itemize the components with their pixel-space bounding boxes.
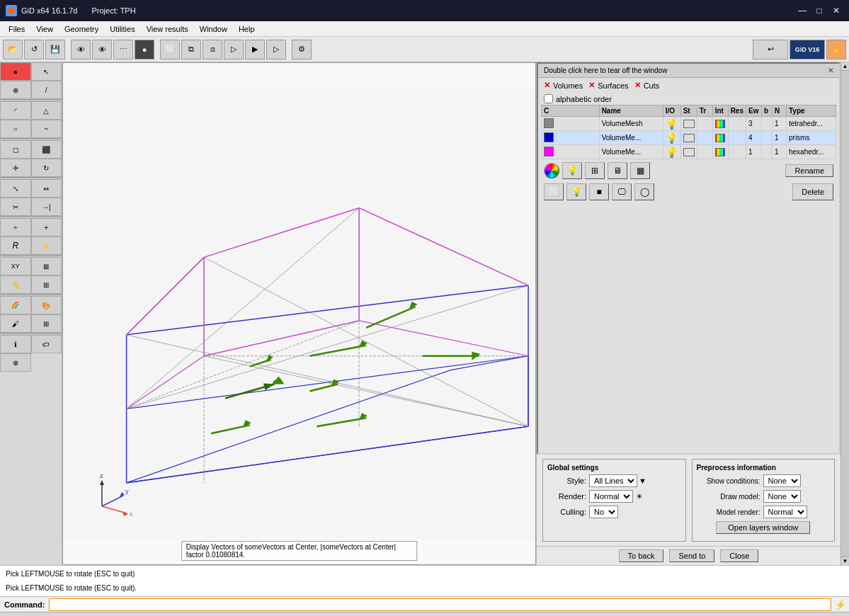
close-btn[interactable]: Close [720,549,758,562]
tool-line[interactable]: / [31,81,62,99]
command-input[interactable] [49,598,831,611]
tool-trim[interactable]: ✂ [0,198,31,216]
toolbar-layers2[interactable]: ⧈ [203,40,222,59]
tool-snap[interactable]: ⊠ [31,257,62,275]
tool-move[interactable]: ✛ [0,159,31,177]
toolbar-frame1[interactable]: ▷ [224,40,244,59]
table-row[interactable]: VolumeMe... 💡 1 1 hexahedr... [542,145,836,159]
col-res[interactable]: Res [728,105,746,117]
toolbar-refresh[interactable]: ↺ [24,40,44,59]
tool-poly[interactable]: △ [31,101,62,120]
menu-view[interactable]: View [30,23,59,35]
toolbar-circle[interactable]: ● [135,40,154,59]
monitor2-btn[interactable]: 🖵 [612,183,632,200]
bulb-btn[interactable]: 💡 [562,162,582,179]
tool-rotate[interactable]: ↻ [31,159,62,177]
tool-xyz[interactable]: XY [0,257,31,275]
tool-ref[interactable]: ⊞ [31,275,62,294]
show-conditions-select[interactable]: None [763,474,801,487]
col-int[interactable]: Int [712,105,728,117]
col-ew[interactable]: Ew [746,105,762,117]
lightning-icon[interactable]: ⚡ [831,599,849,610]
toolbar-open[interactable]: 📂 [3,40,23,59]
menu-files[interactable]: Files [3,23,30,35]
menu-utilities[interactable]: Utilities [104,23,140,35]
tool-rainbow[interactable]: 🌈 [0,296,31,314]
toolbar-gear[interactable]: ⚙ [292,40,312,59]
bulb2-btn[interactable]: 💡 [566,183,586,200]
col-b[interactable]: b [762,105,773,117]
tool-grid[interactable]: ⊞ [31,314,62,333]
tool-mirror[interactable]: ⇔ [31,179,62,198]
tool-surface[interactable]: ◻ [0,140,31,159]
monitor-btn[interactable]: 🖥 [608,162,627,179]
to-back-btn[interactable]: To back [619,549,664,562]
menu-view-results[interactable]: View results [141,23,194,35]
scroll-up-btn[interactable]: ▲ [841,62,849,71]
col-c[interactable]: C [542,105,600,117]
tool-node[interactable]: ⊕ [0,81,31,99]
toolbar-eye2[interactable]: 👁 [92,40,112,59]
rename-btn[interactable]: Rename [785,164,833,177]
viewport[interactable]: z x y Display Vectors of someVectors at … [62,62,536,565]
tool-spline[interactable]: ~ [31,120,62,138]
tool-color[interactable]: 🎨 [31,296,62,314]
tool-label[interactable]: 🏷 [31,335,62,353]
toolbar-frame2[interactable]: ▶ [245,40,265,59]
col-type[interactable]: Type [787,105,836,117]
frame-btn[interactable]: ⬜ [544,183,564,200]
minimize-btn[interactable]: — [795,4,809,18]
close-window-btn[interactable]: ✕ [829,4,843,18]
tool-cross[interactable]: ⊕ [0,353,31,372]
tool-R[interactable]: R [0,236,31,255]
send-to-btn[interactable]: Send to [669,549,714,562]
toolbar-hand[interactable]: 🤚 [826,40,846,59]
layers-header[interactable]: Double click here to tear off the window… [538,64,839,78]
color-wheel-btn[interactable] [544,163,559,178]
col-tr[interactable]: Tr [697,105,712,117]
tool-measure[interactable]: 📏 [0,275,31,294]
tab-surfaces[interactable]: ✕ Surfaces [588,81,628,90]
tool-volume[interactable]: ⬛ [31,140,62,159]
menu-help[interactable]: Help [233,23,261,35]
tab-cuts[interactable]: ✕ Cuts [634,81,660,90]
circle-btn[interactable]: ◯ [634,183,654,200]
toolbar-back-arrow[interactable]: ↩ [753,40,788,59]
tool-extend[interactable]: →| [31,198,62,216]
model-render-select[interactable]: Normal [763,506,807,518]
alpha-order-checkbox[interactable] [544,94,553,103]
toolbar-eye1[interactable]: 👁 [71,40,91,59]
toolbar-dots[interactable]: ⋯ [113,40,133,59]
toolbar-gid-logo[interactable]: GiD V16 [790,40,825,59]
tool-prop[interactable]: ⚡ [31,236,62,255]
tool-divide[interactable]: ÷ [0,218,31,236]
maximize-btn[interactable]: □ [812,4,826,18]
tool-cursor[interactable]: ↖ [31,62,62,81]
tool-select-red[interactable]: ● [0,62,31,81]
col-n[interactable]: N [773,105,787,117]
toolbar-layers1[interactable]: ⧉ [181,40,201,59]
tool-info[interactable]: ℹ [0,335,31,353]
culling-select[interactable]: No [589,506,618,518]
tool-palette[interactable]: 🖌 [0,314,31,333]
hatching-btn[interactable]: ▦ [630,162,650,179]
toolbar-square[interactable]: ⬜ [160,40,180,59]
tab-volumes[interactable]: ✕ Volumes [544,81,583,90]
menu-geometry[interactable]: Geometry [59,23,104,35]
col-io[interactable]: I/O [663,105,680,117]
col-name[interactable]: Name [599,105,663,117]
delete-btn[interactable]: Delete [792,183,833,200]
toolbar-play[interactable]: ▷ [266,40,286,59]
style-select[interactable]: All Lines [589,474,637,487]
tool-scale[interactable]: ⤡ [0,179,31,198]
table-row[interactable]: VolumeMesh 💡 3 1 tetrahedr... [542,117,836,131]
col-st[interactable]: St [680,105,697,117]
square-btn[interactable]: ■ [589,183,609,200]
tool-circle[interactable]: ○ [0,120,31,138]
draw-model-select[interactable]: None [763,490,801,503]
grid-view-btn[interactable]: ⊞ [585,162,605,179]
table-row[interactable]: VolumeMe... 💡 4 1 prisms [542,131,836,145]
tool-join[interactable]: + [31,218,62,236]
open-layers-window-btn[interactable]: Open layers window [716,521,810,534]
scroll-down-btn[interactable]: ▼ [841,557,849,565]
